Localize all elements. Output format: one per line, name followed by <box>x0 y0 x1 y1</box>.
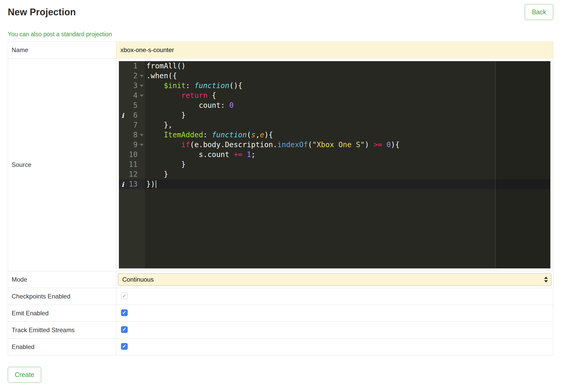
gutter-line-number: 10 <box>119 150 145 160</box>
name-label: Name <box>8 42 116 59</box>
fold-arrow-icon[interactable] <box>140 134 143 136</box>
mode-select-value: Continuous <box>122 276 154 283</box>
emit-enabled-checkbox[interactable] <box>121 309 128 316</box>
track-emitted-streams-label: Track Emitted Streams <box>8 322 116 339</box>
info-annotation-icon: i <box>121 180 124 190</box>
editor-gutter: 12345i6789101112i13 <box>119 61 145 268</box>
gutter-line-number: 7 <box>119 120 145 130</box>
source-code-editor[interactable]: 12345i6789101112i13 fromAll().when({ $in… <box>119 61 550 268</box>
print-margin-shade <box>495 61 550 268</box>
source-row: Source 12345i6789101112i13 fromAll().whe… <box>8 59 553 271</box>
gutter-line-number: 5 <box>119 101 145 110</box>
emit-enabled-label: Emit Enabled <box>8 305 116 322</box>
code-line[interactable]: }, <box>145 120 550 130</box>
projection-form: Name Source 12345i6789101112i13 fromAll(… <box>8 41 553 355</box>
track-emitted-streams-row: Track Emitted Streams <box>8 322 553 339</box>
new-projection-page: New Projection Back You can also post a … <box>0 0 561 383</box>
checkpoints-enabled-label: Checkpoints Enabled <box>8 288 116 305</box>
standard-projection-link[interactable]: You can also post a standard projection <box>8 31 112 38</box>
code-line[interactable]: }) <box>145 179 550 189</box>
emit-enabled-row: Emit Enabled <box>8 305 553 322</box>
code-line[interactable]: count: 0 <box>145 101 550 110</box>
info-annotation-icon: i <box>121 111 124 121</box>
mode-row: Mode Continuous <box>8 271 553 288</box>
mode-select[interactable]: Continuous <box>118 273 551 286</box>
source-label: Source <box>8 59 116 271</box>
enabled-label: Enabled <box>8 339 116 355</box>
checkpoints-enabled-checkbox[interactable] <box>121 293 128 299</box>
code-line[interactable]: $init: function(){ <box>145 81 550 91</box>
checkpoints-enabled-row: Checkpoints Enabled <box>8 288 553 305</box>
code-line[interactable]: .when({ <box>145 71 550 81</box>
gutter-line-number: 4 <box>119 91 145 101</box>
gutter-line-number: 3 <box>119 81 145 91</box>
gutter-line-number: i13 <box>119 179 145 189</box>
projection-name-input[interactable] <box>116 42 553 58</box>
gutter-line-number: 2 <box>119 71 145 81</box>
fold-arrow-icon[interactable] <box>140 95 143 97</box>
gutter-line-number: 8 <box>119 130 145 140</box>
name-row: Name <box>8 42 553 59</box>
page-footer: Create <box>8 367 553 383</box>
mode-label: Mode <box>8 271 116 288</box>
code-line[interactable]: if(e.body.Description.indexOf("Xbox One … <box>145 140 550 150</box>
gutter-line-number: 1 <box>119 61 145 71</box>
code-line[interactable]: s.count += 1; <box>145 150 550 160</box>
code-line[interactable]: } <box>145 160 550 169</box>
page-header: New Projection Back <box>8 0 553 20</box>
page-title: New Projection <box>8 4 76 18</box>
enabled-row: Enabled <box>8 339 553 355</box>
select-updown-icon <box>544 277 548 283</box>
gutter-line-number: 9 <box>119 140 145 150</box>
enabled-checkbox[interactable] <box>121 343 128 350</box>
code-line[interactable]: } <box>145 169 550 179</box>
editor-code-area[interactable]: fromAll().when({ $init: function(){ retu… <box>145 61 550 268</box>
create-button[interactable]: Create <box>8 367 41 383</box>
code-line[interactable]: return { <box>145 91 550 101</box>
text-cursor <box>156 180 156 188</box>
fold-arrow-icon[interactable] <box>140 144 143 146</box>
code-line[interactable]: fromAll() <box>145 61 550 71</box>
back-button[interactable]: Back <box>525 4 553 20</box>
code-line[interactable]: } <box>145 110 550 120</box>
fold-arrow-icon[interactable] <box>140 85 143 87</box>
gutter-line-number: 12 <box>119 169 145 179</box>
gutter-line-number: i6 <box>119 110 145 120</box>
code-line[interactable]: ItemAdded: function(s,e){ <box>145 130 550 140</box>
track-emitted-streams-checkbox[interactable] <box>121 326 128 333</box>
gutter-line-number: 11 <box>119 160 145 169</box>
fold-arrow-icon[interactable] <box>140 75 143 77</box>
